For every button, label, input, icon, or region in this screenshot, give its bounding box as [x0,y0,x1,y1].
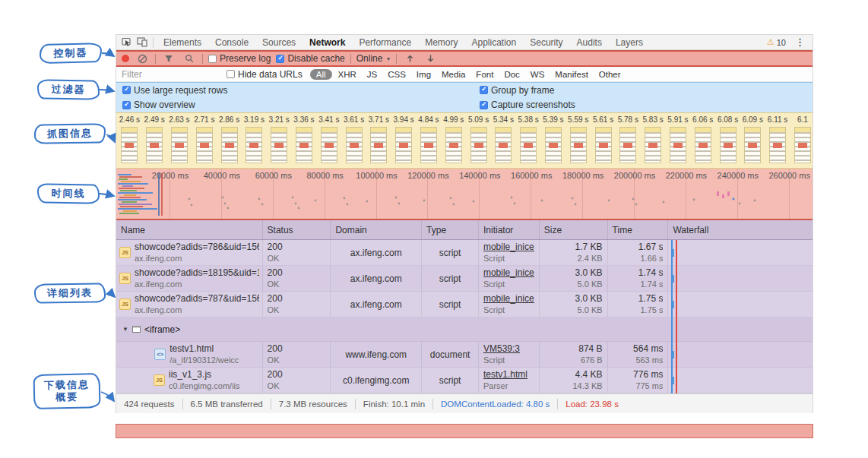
page-thumbnail [769,127,786,163]
filmstrip-frame[interactable]: 2.46 s [117,115,142,168]
table-row[interactable]: JS showcode?adids=18195&uid=15... ax.ife… [116,266,813,292]
column-header[interactable]: Time [608,220,669,239]
filmstrip-frame[interactable]: 5.83 s [641,115,666,168]
resource-type-filter[interactable]: Other [594,70,626,79]
expand-triangle-icon[interactable]: ▼ [122,326,128,333]
filmstrip-frame[interactable]: 4.84 s [417,115,442,168]
column-header[interactable]: Domain [331,220,422,239]
filmstrip-frame[interactable]: 4.99 s [441,115,466,168]
preserve-log-option: Preserve log [208,53,271,64]
resource-type-filter[interactable]: WS [526,70,550,79]
filmstrip-frame[interactable]: 5.59 s [565,115,591,168]
filmstrip-frame[interactable]: 3.21 s [267,115,292,168]
devtools-tab[interactable]: Performance [352,35,418,50]
column-header[interactable]: Type [422,220,479,239]
search-icon[interactable] [182,52,197,65]
filmstrip-frame[interactable]: 3.94 s [391,115,417,168]
resource-type-filter[interactable]: Img [412,70,436,79]
resource-type-filter[interactable]: JS [363,70,382,79]
table-row[interactable]: JS iis_v1_3.js c0.ifengimg.com/iis 200 O… [116,368,813,393]
filmstrip-frame[interactable]: 5.09 s [466,115,491,168]
devtools-tab[interactable]: Sources [255,35,303,50]
table-row[interactable]: <> testv1.html /a_if/190312/weicc 200 OK… [116,342,813,368]
inspect-element-icon[interactable] [119,36,135,49]
frame-timestamp: 6.06 s [690,115,715,125]
device-toolbar-icon[interactable] [135,36,150,49]
table-row[interactable]: JS showcode?adids=787&uid=1565... ax.ife… [116,292,813,317]
devtools-tab[interactable]: Memory [418,35,464,50]
throttling-dropdown[interactable]: Online ▼ [356,53,391,64]
throttling-value: Online [356,53,383,64]
resource-type-filter[interactable]: All [310,69,332,80]
devtools-tab[interactable]: Network [303,35,352,50]
filter-input[interactable] [122,69,219,80]
filmstrip-frame[interactable]: 6.06 s [690,115,715,168]
record-button[interactable] [122,55,129,62]
filmstrip-frame[interactable]: 3.36 s [292,115,317,168]
preserve-log-checkbox[interactable] [208,55,217,63]
initiator-link[interactable]: mobile_inice... [483,267,534,279]
request-domain: www.ifeng.com [331,342,422,367]
page-thumbnail [271,127,287,163]
devtools-tab[interactable]: Audits [570,35,609,50]
filmstrip-frame[interactable]: 3.71 s [366,115,391,168]
import-har-icon[interactable] [402,52,417,65]
filmstrip-frame[interactable]: 5.78 s [616,115,641,168]
devtools-tab[interactable]: Console [208,35,255,50]
overview-timeline[interactable]: 20000 ms40000 ms60000 ms80000 ms100000 m… [116,169,813,220]
filmstrip-frame[interactable]: 5.39 s [541,115,566,168]
frame-timestamp: 3.61 s [341,115,366,125]
table-row[interactable]: JS showcode?adids=786&uid=1565... ax.ife… [116,240,813,266]
frame-group-label: <iframe> [144,324,180,335]
initiator-link[interactable]: VM539:3 [483,343,534,355]
column-header[interactable]: Size [540,220,608,239]
filmstrip-frame[interactable]: 3.19 s [242,115,267,168]
request-domain: ax.ifeng.com [331,292,422,317]
initiator-link[interactable]: mobile_inice... [483,242,534,253]
filter-icon[interactable] [161,52,176,65]
filmstrip-frame[interactable]: 2.63 s [167,115,192,168]
hide-data-urls-checkbox[interactable] [227,70,235,78]
group-by-frame-checkbox[interactable] [480,86,488,94]
resource-type-filter[interactable]: Font [471,70,498,79]
resource-type-filter[interactable]: XHR [334,70,361,79]
disable-cache-checkbox[interactable] [276,55,284,63]
filmstrip-frame[interactable]: 5.91 s [666,115,691,168]
domcontentloaded-time: DOMContentLoaded: 4.80 s [433,399,558,409]
clear-button[interactable] [135,52,150,65]
filmstrip-frame[interactable]: 5.61 s [591,115,616,168]
column-header[interactable]: Initiator [479,220,540,239]
filmstrip-frame[interactable]: 3.61 s [341,115,366,168]
column-header[interactable]: Status [263,220,331,239]
column-header[interactable]: Name [116,220,263,239]
network-toolbar: Preserve log Disable cache Online ▼ [116,50,813,67]
column-header[interactable]: Waterfall [668,220,813,239]
resource-type-filter[interactable]: CSS [383,70,410,79]
filmstrip-frame[interactable]: 6.11 s [765,115,790,168]
filmstrip-frame[interactable]: 5.38 s [516,115,541,168]
devtools-tab[interactable]: Application [464,35,523,50]
filmstrip-frame[interactable]: 6.08 s [715,115,740,168]
resource-type-filter[interactable]: Manifest [550,70,592,79]
filmstrip-frame[interactable]: 6.09 s [740,115,765,168]
initiator-link[interactable]: testv1.html [483,369,534,381]
kebab-menu-icon[interactable]: ⋮ [790,36,809,48]
frame-group-row[interactable]: ▼ <iframe> [116,317,813,342]
initiator-link[interactable]: mobile_inice... [483,293,534,305]
export-har-icon[interactable] [423,52,438,65]
filmstrip-frame[interactable]: 6.1 [790,115,813,168]
use-large-request-rows-checkbox[interactable] [122,86,131,94]
error-warning-badge[interactable]: ⚠ 10 [762,37,790,47]
devtools-tab[interactable]: Elements [157,35,208,50]
filmstrip-frame[interactable]: 2.86 s [217,115,242,168]
filmstrip-frame[interactable]: 2.71 s [192,115,217,168]
capture-screenshots-checkbox[interactable] [480,101,488,109]
devtools-tab[interactable]: Layers [609,35,650,50]
filmstrip-frame[interactable]: 2.49 s [142,115,167,168]
filmstrip-frame[interactable]: 3.41 s [316,115,341,168]
show-overview-checkbox[interactable] [122,101,131,109]
filmstrip-frame[interactable]: 5.34 s [491,115,516,168]
resource-type-filter[interactable]: Doc [499,70,524,79]
devtools-tab[interactable]: Security [523,35,569,50]
resource-type-filter[interactable]: Media [437,70,470,79]
